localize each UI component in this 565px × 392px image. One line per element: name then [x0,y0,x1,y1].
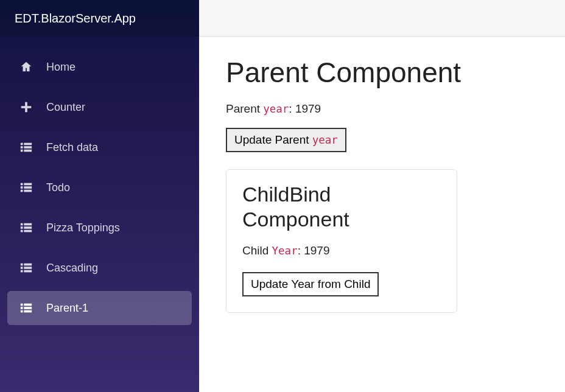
nav-item-counter[interactable]: Counter [7,90,192,124]
nav-item-home[interactable]: Home [7,50,192,84]
svg-rect-12 [21,223,23,226]
svg-rect-5 [24,150,32,152]
svg-rect-27 [24,307,32,309]
code-year: year [312,134,338,146]
parent-prefix: Parent [226,102,263,115]
svg-rect-25 [24,304,32,306]
topbar [199,0,565,37]
nav-item-parent-1[interactable]: Parent-1 [7,291,192,325]
svg-rect-20 [21,267,23,269]
svg-rect-19 [24,264,32,266]
btn-prefix: Update Parent [234,133,312,146]
nav-label: Todo [46,181,70,194]
code-year: year [263,103,289,115]
svg-rect-13 [24,223,32,226]
code-year: Year [272,245,298,257]
child-year-value: 1979 [304,244,329,257]
parent-year-value: 1979 [295,102,321,115]
nav-item-cascading[interactable]: Cascading [7,251,192,285]
list-icon [17,138,35,156]
list-icon [17,178,35,197]
svg-rect-10 [21,190,23,192]
child-prefix: Child [242,244,272,257]
value-sep: : [289,102,295,115]
svg-rect-1 [24,143,32,145]
list-icon [17,219,35,237]
nav-label: Fetch data [46,141,98,154]
nav-label: Pizza Toppings [46,222,120,234]
nav-label: Home [46,61,75,74]
nav-item-pizza-toppings[interactable]: Pizza Toppings [7,211,192,245]
svg-rect-26 [21,307,23,309]
svg-rect-8 [21,186,23,189]
svg-rect-7 [24,183,32,186]
svg-rect-9 [24,186,32,189]
svg-rect-23 [24,270,32,273]
list-icon [17,259,35,277]
child-title: ChildBind Component [242,182,441,232]
svg-rect-14 [21,226,23,229]
svg-rect-24 [21,304,23,306]
nav-item-fetch-data[interactable]: Fetch data [7,130,192,164]
content: Parent Component Parent year: 1979 Updat… [199,37,565,327]
svg-rect-3 [24,146,32,149]
svg-rect-16 [21,230,23,233]
svg-rect-17 [24,230,32,233]
svg-rect-22 [21,270,23,273]
svg-rect-6 [21,183,23,186]
svg-rect-4 [21,150,23,152]
parent-year-line: Parent year: 1979 [226,102,538,116]
nav-label: Cascading [46,262,98,275]
update-child-button[interactable]: Update Year from Child [242,272,379,296]
update-parent-button[interactable]: Update Parent year [226,128,346,152]
nav-item-todo[interactable]: Todo [7,170,192,205]
svg-rect-15 [24,226,32,229]
app-brand: EDT.BlazorServer.App [0,0,199,37]
nav-label: Parent-1 [46,302,88,315]
svg-rect-29 [24,310,32,313]
nav-label: Counter [46,101,85,114]
page-title: Parent Component [226,56,538,89]
list-icon [17,299,35,317]
app-title: EDT.BlazorServer.App [15,12,136,26]
svg-rect-2 [21,146,23,149]
home-icon [17,58,35,76]
sidebar: EDT.BlazorServer.App Home Counter Fetch … [0,0,199,392]
nav: Home Counter Fetch data Todo Pizza Toppi [0,37,199,392]
value-sep: : [298,244,304,257]
svg-rect-0 [21,143,23,145]
child-card: ChildBind Component Child Year: 1979 Upd… [226,169,457,313]
svg-rect-11 [24,190,32,192]
svg-rect-21 [24,267,32,269]
main: Parent Component Parent year: 1979 Updat… [199,0,565,392]
svg-rect-18 [21,264,23,266]
svg-rect-28 [21,310,23,313]
child-year-line: Child Year: 1979 [242,244,441,257]
plus-icon [17,98,35,116]
